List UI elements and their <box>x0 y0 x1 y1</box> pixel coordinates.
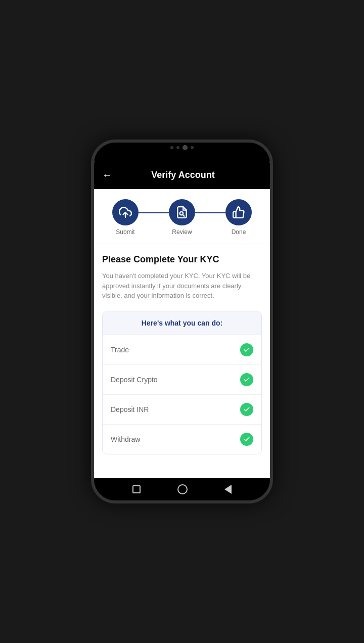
review-step-label: Review <box>172 228 192 236</box>
done-step-label: Done <box>232 228 246 236</box>
status-bar <box>94 143 270 161</box>
withdraw-label: Withdraw <box>111 435 140 443</box>
connector-2 <box>195 212 225 213</box>
phone-frame: ← Verify Account Submit <box>91 140 273 503</box>
camera-icon <box>183 145 188 150</box>
steps-container: Submit Review <box>94 189 270 244</box>
deposit-inr-check-icon <box>240 403 253 416</box>
can-do-header-text: Here's what you can do: <box>142 319 222 327</box>
screen: ← Verify Account Submit <box>94 161 270 478</box>
can-do-list: Trade Deposit Crypto <box>103 335 261 454</box>
bottom-nav-bar <box>94 478 270 500</box>
can-do-card: Here's what you can do: Trade Deposit Cr… <box>102 311 262 454</box>
home-icon <box>177 484 188 494</box>
notch-dot-1 <box>170 146 173 149</box>
submit-step-label: Submit <box>116 228 134 236</box>
deposit-crypto-label: Deposit Crypto <box>111 376 158 384</box>
recents-icon <box>132 485 141 493</box>
done-step-icon <box>225 199 252 225</box>
step-done: Done <box>225 199 252 236</box>
svg-line-2 <box>183 215 185 216</box>
step-review: Review <box>169 199 195 236</box>
deposit-inr-label: Deposit INR <box>111 405 149 414</box>
nav-home-button[interactable] <box>177 484 188 494</box>
back-icon <box>224 485 232 494</box>
back-button[interactable]: ← <box>102 170 112 180</box>
can-do-item-trade: Trade <box>103 335 261 365</box>
notch-dot-2 <box>176 146 179 149</box>
kyc-description: You haven't completed your KYC. Your KYC… <box>102 271 262 301</box>
review-step-icon <box>169 199 195 225</box>
notch-dot-3 <box>191 146 194 149</box>
nav-back-button[interactable] <box>224 485 232 494</box>
submit-step-icon <box>112 199 139 225</box>
notch <box>152 143 212 153</box>
can-do-item-deposit-inr: Deposit INR <box>103 395 261 425</box>
nav-recents-button[interactable] <box>132 485 141 493</box>
trade-check-icon <box>240 343 253 356</box>
can-do-item-withdraw: Withdraw <box>103 425 261 454</box>
kyc-title: Please Complete Your KYC <box>102 254 262 265</box>
step-submit: Submit <box>112 199 139 236</box>
app-header: ← Verify Account <box>94 161 270 189</box>
trade-label: Trade <box>111 346 129 354</box>
page-title: Verify Account <box>118 170 248 180</box>
deposit-crypto-check-icon <box>240 373 253 386</box>
can-do-item-deposit-crypto: Deposit Crypto <box>103 365 261 395</box>
main-content: Please Complete Your KYC You haven't com… <box>94 244 270 478</box>
withdraw-check-icon <box>240 433 253 446</box>
can-do-header: Here's what you can do: <box>103 311 261 335</box>
connector-1 <box>139 212 169 213</box>
